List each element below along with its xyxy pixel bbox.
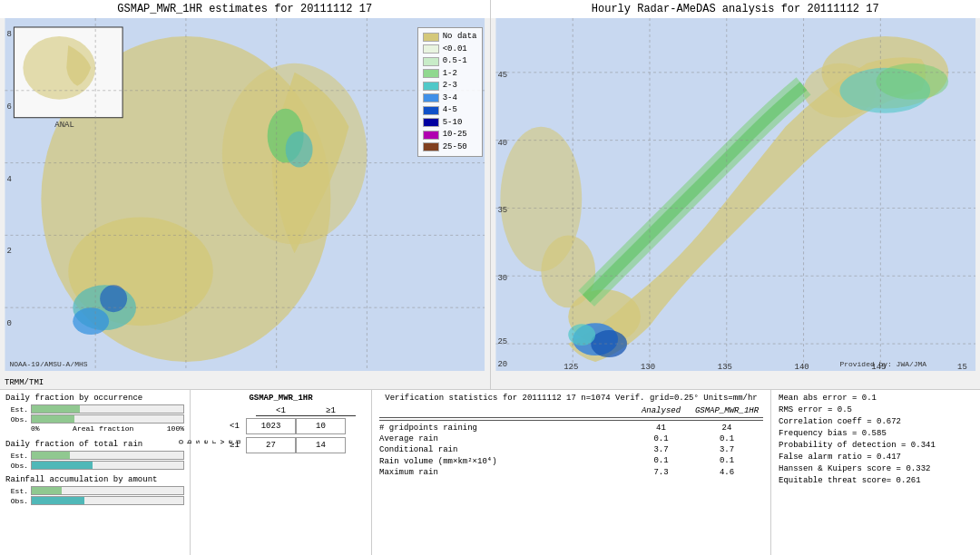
legend-no-data: No data [423, 31, 477, 44]
legend-item-3: 3-4 [423, 92, 477, 105]
ct-cell-10: 27 [246, 437, 296, 453]
svg-text:25: 25 [497, 337, 507, 346]
obs-bar-fill-3 [32, 497, 84, 504]
stats-val2-3: 3.7 [691, 445, 763, 454]
legend-color-2 [423, 82, 439, 91]
est-bar-fill-2 [32, 452, 70, 459]
svg-text:135: 135 [717, 363, 731, 371]
obs-label-3: Obs. [5, 497, 28, 505]
svg-text:ANAL: ANAL [54, 121, 74, 130]
svg-text:15: 15 [957, 363, 967, 371]
stats-val2-4: 0.1 [691, 456, 763, 466]
chart-section-3: Rainfall accumulation by amount Est. Obs… [5, 475, 184, 505]
legend: No data <0.01 0.5-1 1-2 2-3 [417, 27, 483, 157]
legend-label-3: 3-4 [443, 92, 457, 105]
legend-label-nodata: No data [443, 31, 477, 44]
est-bar-track-3 [31, 486, 184, 495]
legend-item-1: 1-2 [423, 68, 477, 81]
right-map-title: Hourly Radar-AMeDAS analysis for 2011111… [491, 0, 981, 18]
est-bar-track-2 [31, 451, 184, 460]
legend-label-25: 25-50 [443, 141, 467, 154]
stats-val1-3: 3.7 [632, 445, 691, 454]
stats-val2-1: 24 [691, 424, 763, 433]
stats-label-4: Rain volume (mm×km²×10⁴) [379, 456, 632, 466]
bar-axis-1: 0% Areal fraction 100% [5, 424, 184, 434]
est-bar-fill-3 [32, 487, 62, 494]
metric-ets: Equitable threat score= 0.261 [779, 476, 973, 485]
ct-row-l1: <1 [223, 422, 246, 431]
chart-label-1: Daily fraction by occurrence [5, 394, 184, 403]
metric-freq-bias: Frequency bias = 0.585 [779, 429, 973, 438]
bar-row-est1: Est. [5, 404, 184, 414]
metric-corr: Correlation coeff = 0.672 [779, 417, 973, 426]
bar-row-est2: Est. [5, 451, 184, 460]
est-label-3: Est. [5, 487, 28, 495]
maps-row: GSMAP_MWR_1HR estimates for 20111112 17 … [0, 0, 980, 390]
legend-item-5: 5-10 [423, 117, 477, 130]
bar-row-obs2: Obs. [5, 461, 184, 470]
stats-label-2: Average rain [379, 434, 632, 443]
svg-text:0: 0 [6, 319, 11, 328]
legend-label-10: 10-25 [443, 129, 467, 141]
bar-row-obs1: Obs. [5, 414, 184, 424]
stats-label-1: # gridpoints raining [379, 424, 632, 433]
chart-section-2: Daily fraction of total rain Est. Obs. [5, 440, 184, 470]
left-map-title: GSMAP_MWR_1HR estimates for 20111112 17 [0, 0, 490, 18]
svg-text:Provided by: JWA/JMA: Provided by: JWA/JMA [839, 360, 926, 368]
metric-pod: Probability of detection = 0.341 [779, 441, 973, 450]
left-map-trmm: TRMM/TMI [5, 378, 44, 387]
main-container: GSMAP_MWR_1HR estimates for 20111112 17 … [0, 0, 980, 555]
ct-cell-11: 14 [296, 437, 346, 453]
legend-label-5: 5-10 [443, 117, 463, 130]
legend-item-25: 25-50 [423, 141, 477, 154]
right-map-container: 45 40 35 30 25 20 125 130 135 140 145 15 [491, 18, 981, 371]
stats-label-5: Maximum rain [379, 468, 632, 477]
stats-title: Verification statistics for 20111112 17 … [379, 394, 763, 403]
bar-row-est3: Est. [5, 486, 184, 495]
metrics-panel: Mean abs error = 0.1 RMS error = 0.5 Cor… [771, 390, 980, 555]
ct-col-h1: <1 [256, 406, 306, 416]
legend-color-4 [423, 106, 439, 115]
stats-val1-5: 7.3 [632, 468, 691, 477]
legend-color-001 [423, 44, 439, 54]
stats-val1-4: 0.1 [632, 456, 691, 466]
ct-cell-01: 10 [296, 418, 346, 434]
legend-label-4: 4-5 [443, 104, 457, 117]
contingency-table-wrapper: Observed <1 ≥1 <1 1023 10 [196, 406, 366, 453]
charts-panel: Daily fraction by occurrence Est. Obs. 0… [0, 390, 191, 555]
est-label-1: Est. [5, 405, 28, 414]
metric-far: False alarm ratio = 0.417 [779, 453, 973, 462]
bar-row-obs3: Obs. [5, 496, 184, 505]
obs-label-1: Obs. [5, 415, 28, 424]
obs-bar-track-1 [31, 414, 184, 424]
svg-text:40: 40 [497, 139, 507, 148]
est-bar-fill-1 [32, 405, 80, 413]
chart-label-2: Daily fraction of total rain [5, 440, 184, 449]
stats-row-4: Rain volume (mm×km²×10⁴) 0.1 0.1 [379, 456, 763, 466]
legend-label-05: 0.5-1 [443, 55, 467, 68]
obs-bar-fill-1 [32, 415, 74, 423]
svg-point-33 [876, 63, 948, 100]
svg-text:35: 35 [497, 206, 507, 215]
legend-color-10 [423, 131, 439, 140]
ct-col-h2: ≥1 [306, 406, 356, 416]
svg-text:20: 20 [497, 360, 507, 369]
ct-table-area: <1 ≥1 <1 1023 10 ≥1 27 14 [223, 406, 366, 453]
metric-mean-abs: Mean abs error = 0.1 [779, 394, 973, 403]
svg-point-8 [286, 131, 313, 168]
legend-color-05 [423, 57, 439, 66]
legend-color-nodata [423, 33, 439, 42]
metric-rms: RMS error = 0.5 [779, 405, 973, 414]
legend-item-2: 2-3 [423, 80, 477, 92]
right-map-panel: Hourly Radar-AMeDAS analysis for 2011111… [491, 0, 981, 389]
metric-hk: Hanssen & Kuipers score = 0.332 [779, 464, 973, 473]
legend-item-4: 4-5 [423, 104, 477, 117]
left-map-panel: GSMAP_MWR_1HR estimates for 20111112 17 … [0, 0, 491, 389]
left-map-svg: ANAL [0, 18, 490, 371]
stats-val2-2: 0.1 [691, 434, 763, 443]
axis-100pct: 100% [167, 424, 184, 433]
stats-label-3: Conditional rain [379, 445, 632, 454]
svg-text:2: 2 [6, 247, 11, 256]
stats-row-3: Conditional rain 3.7 3.7 [379, 445, 763, 454]
svg-text:NOAA-19/AMSU-A/MHS: NOAA-19/AMSU-A/MHS [9, 360, 87, 368]
